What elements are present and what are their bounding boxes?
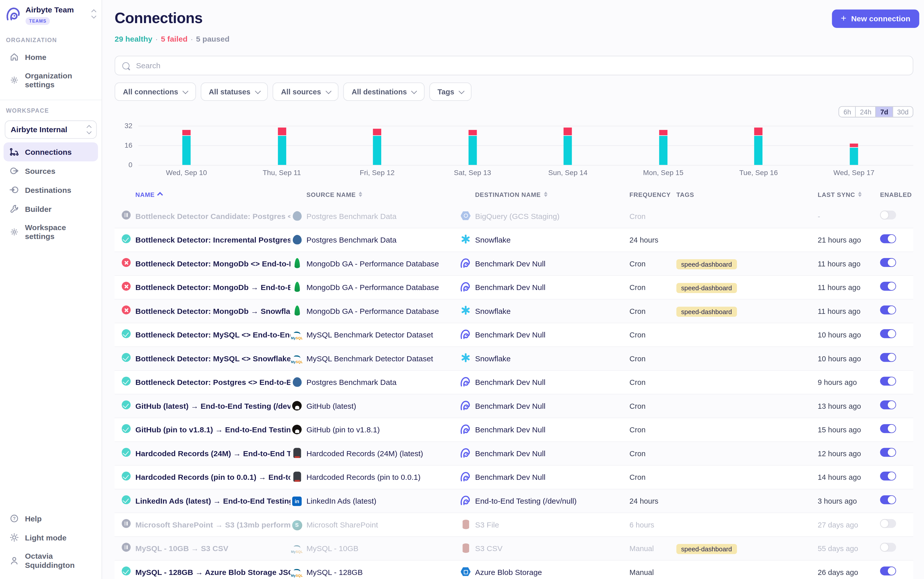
airbyte-destination-icon xyxy=(459,494,471,506)
connection-row[interactable]: Bottleneck Detector: MongoDb → Snowflake… xyxy=(115,300,913,324)
column-header-source-name[interactable]: SOURCE NAME xyxy=(306,191,459,198)
org-switcher-caret-icon[interactable] xyxy=(92,10,95,18)
org-switcher[interactable]: Airbyte Team TEAMS xyxy=(0,0,102,30)
sidebar-item-connections[interactable]: Connections xyxy=(3,142,98,161)
enabled-toggle[interactable] xyxy=(880,519,896,528)
airbyte-destination-icon xyxy=(459,257,471,268)
tag-pill[interactable]: speed-dashboard xyxy=(676,283,737,293)
failed-count[interactable]: 5 failed xyxy=(161,34,187,43)
connection-row[interactable]: Hardcoded Records (24M) → End-to-End Te.… xyxy=(115,442,913,466)
connection-row[interactable]: MySQL - 128GB → Azure Blob Storage JSOn … xyxy=(115,561,913,579)
tag-pill[interactable]: speed-dashboard xyxy=(676,259,737,270)
sync-bar[interactable] xyxy=(277,128,286,165)
column-header-name[interactable]: NAME xyxy=(135,191,290,198)
connection-row[interactable]: Bottleneck Detector: Incremental Postgre… xyxy=(115,228,913,252)
destination-name: End-to-End Testing (/dev/null) xyxy=(475,497,629,505)
connection-row[interactable]: GitHub (latest) → End-to-End Testing (/d… xyxy=(115,394,913,419)
enabled-toggle[interactable] xyxy=(880,448,896,457)
sidebar-item-organization-settings[interactable]: Organization settings xyxy=(3,67,98,94)
connection-row[interactable]: GitHub (pin to v1.8.1) → End-to-End Test… xyxy=(115,418,913,442)
connection-row[interactable]: MySQL - 10GB → S3 CSVMySQLMySQL - 10GBS3… xyxy=(115,537,913,561)
column-header-last-sync[interactable]: LAST SYNC xyxy=(817,191,880,198)
sidebar-item-destinations[interactable]: Destinations xyxy=(3,180,98,200)
connection-row[interactable]: Bottleneck Detector: MySQL <> End-to-End… xyxy=(115,323,913,347)
range-6h[interactable]: 6h xyxy=(839,107,855,117)
sidebar-item-user[interactable]: Octavia Squiddington xyxy=(3,547,98,574)
enabled-toggle[interactable] xyxy=(880,211,896,219)
sync-bar[interactable] xyxy=(754,128,763,165)
sidebar-item-sources[interactable]: Sources xyxy=(3,161,98,180)
connection-row[interactable]: LinkedIn Ads (latest) → End-to-End Testi… xyxy=(115,489,913,513)
airbyte-destination-icon xyxy=(459,446,471,458)
connection-row[interactable]: Bottleneck Detector: Postgres <> End-to-… xyxy=(115,371,913,394)
connection-row[interactable]: Bottleneck Detector: MongoDb <> End-to-E… xyxy=(115,252,913,276)
enabled-toggle[interactable] xyxy=(880,543,896,551)
enabled-toggle[interactable] xyxy=(880,258,896,267)
filter-all-connections[interactable]: All connections xyxy=(115,82,195,101)
frequency: Cron xyxy=(629,402,676,410)
connection-row[interactable]: Hardcoded Records (pin to 0.0.1) → End-t… xyxy=(115,466,913,489)
status-paused-icon xyxy=(121,519,131,528)
new-connection-button[interactable]: + New connection xyxy=(832,10,919,28)
filter-all-sources[interactable]: All sources xyxy=(273,82,338,101)
enabled-toggle[interactable] xyxy=(880,401,896,409)
sidebar-item-help[interactable]: ? Help xyxy=(3,509,98,528)
column-header-destination-name[interactable]: DESTINATION NAME xyxy=(475,191,629,198)
sidebar-item-builder[interactable]: Builder xyxy=(3,200,98,218)
enabled-toggle[interactable] xyxy=(880,306,896,314)
range-30d[interactable]: 30d xyxy=(893,107,913,117)
hardcoded-records-icon xyxy=(290,447,303,459)
connection-row[interactable]: Bottleneck Detector Candidate: Postgres … xyxy=(115,205,913,229)
sources-icon xyxy=(10,166,19,176)
y-axis-tick: 32 xyxy=(115,121,132,130)
sync-bar[interactable] xyxy=(468,130,477,165)
frequency: Cron xyxy=(629,426,676,434)
sync-bar[interactable] xyxy=(564,128,572,165)
enabled-toggle[interactable] xyxy=(880,377,896,386)
enabled-toggle[interactable] xyxy=(880,567,896,576)
range-24h[interactable]: 24h xyxy=(855,107,875,117)
connection-row[interactable]: Bottleneck Detector: MongoDb → End-to-En… xyxy=(115,276,913,300)
connection-row[interactable]: Microsoft SharePoint → S3 (13mb performa… xyxy=(115,513,913,537)
status-healthy-icon xyxy=(121,353,131,362)
filter-all-destinations[interactable]: All destinations xyxy=(343,82,424,101)
enabled-toggle[interactable] xyxy=(880,329,896,338)
filter-tags[interactable]: Tags xyxy=(429,82,472,101)
enabled-toggle[interactable] xyxy=(880,472,896,481)
sync-bar[interactable] xyxy=(659,130,668,165)
mysql-icon: MySQL xyxy=(290,353,303,365)
workspace-selector[interactable]: Airbyte Internal xyxy=(5,121,97,139)
sidebar-item-home[interactable]: Home xyxy=(3,47,98,67)
last-sync: 27 days ago xyxy=(817,521,880,529)
healthy-count[interactable]: 29 healthy xyxy=(115,34,153,43)
frequency: Cron xyxy=(629,307,676,316)
sync-history-chart[interactable]: 01632Wed, Sep 10Thu, Sep 11Fri, Sep 12Sa… xyxy=(115,119,913,182)
connection-row[interactable]: Bottleneck Detector: MySQL <> SnowflakeM… xyxy=(115,347,913,371)
filter-all-statuses[interactable]: All statuses xyxy=(200,82,268,101)
enabled-toggle[interactable] xyxy=(880,282,896,291)
source-name: MongoDb GA - Performance Database xyxy=(306,259,459,268)
search-input[interactable] xyxy=(135,61,906,70)
sidebar-item-light-mode[interactable]: Light mode xyxy=(3,528,98,547)
enabled-toggle[interactable] xyxy=(880,234,896,243)
status-healthy-icon xyxy=(121,234,131,243)
x-axis-label: Tue, Sep 16 xyxy=(726,168,791,177)
range-7d[interactable]: 7d xyxy=(875,107,892,117)
sidebar-item-label: Organization settings xyxy=(25,71,92,89)
status-healthy-icon xyxy=(121,424,131,433)
frequency: Cron xyxy=(629,260,676,268)
sync-bar[interactable] xyxy=(850,144,858,165)
status-healthy-icon xyxy=(121,377,131,386)
destination-name: Azure Blob Storage xyxy=(475,568,629,577)
x-axis-label: Fri, Sep 12 xyxy=(345,168,410,177)
sidebar-item-workspace-settings[interactable]: Workspace settings xyxy=(3,218,98,245)
snowflake-icon xyxy=(459,233,472,245)
search-box[interactable] xyxy=(115,56,913,75)
enabled-toggle[interactable] xyxy=(880,424,896,433)
sync-bar[interactable] xyxy=(182,130,191,165)
enabled-toggle[interactable] xyxy=(880,495,896,504)
enabled-toggle[interactable] xyxy=(880,353,896,362)
sync-bar[interactable] xyxy=(373,129,381,165)
tag-pill[interactable]: speed-dashboard xyxy=(676,544,737,554)
tag-pill[interactable]: speed-dashboard xyxy=(676,307,737,317)
